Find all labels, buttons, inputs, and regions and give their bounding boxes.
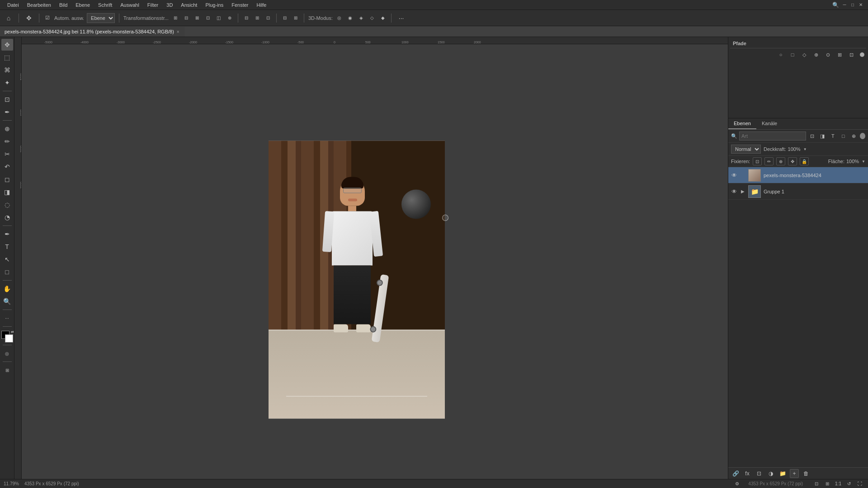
menu-bearbeiten[interactable]: Bearbeiten xyxy=(24,1,55,9)
menu-ebene[interactable]: Ebene xyxy=(72,1,94,9)
shape-tool[interactable]: □ xyxy=(1,266,13,278)
menu-bild[interactable]: Bild xyxy=(56,1,71,9)
eraser-tool[interactable]: ◻ xyxy=(1,174,13,185)
history-brush-tool[interactable]: ↶ xyxy=(1,161,13,173)
align-right-btn[interactable]: ⊡ xyxy=(264,14,272,22)
transform-btn-1[interactable]: ⊞ xyxy=(171,14,179,22)
status-settings-btn[interactable]: ⚙ xyxy=(731,478,743,488)
menu-hilfe[interactable]: Hilfe xyxy=(253,1,270,9)
type-tool[interactable]: T xyxy=(1,241,13,253)
document-tab[interactable]: pexels-monstera-5384424.jpg bei 11.8% (p… xyxy=(0,27,184,37)
search-button[interactable]: 🔍 xyxy=(831,0,840,9)
layer-visibility-eye-1[interactable]: 👁 xyxy=(731,172,737,178)
menu-auswahl[interactable]: Auswahl xyxy=(117,1,143,9)
pfade-btn-7[interactable]: ⊡ xyxy=(846,50,856,59)
path-select-tool[interactable]: ↖ xyxy=(1,253,13,265)
menu-filter[interactable]: Filter xyxy=(144,1,162,9)
menu-plugins[interactable]: Plug-ins xyxy=(202,1,227,9)
tab-layers[interactable]: Ebenen xyxy=(728,118,756,129)
maximize-button[interactable]: □ xyxy=(849,1,856,9)
heal-tool[interactable]: ⊕ xyxy=(1,123,13,135)
zoom-tool[interactable]: 🔍 xyxy=(1,296,13,307)
layer-link-btn[interactable]: 🔗 xyxy=(731,469,740,478)
lasso-tool[interactable]: ⌘ xyxy=(1,64,13,76)
move-tool[interactable]: ✥ xyxy=(1,39,13,51)
opacity-value[interactable]: 100% xyxy=(788,146,801,152)
menu-schrift[interactable]: Schrift xyxy=(94,1,116,9)
eyedropper-tool[interactable]: ✒ xyxy=(1,106,13,118)
filter-toggle-btn[interactable] xyxy=(860,133,865,139)
menu-3d[interactable]: 3D xyxy=(163,1,176,9)
fullscreen-btn[interactable]: ⛶ xyxy=(855,479,864,488)
selection-tool[interactable]: ⬚ xyxy=(1,52,13,63)
3d-btn-1[interactable]: ◎ xyxy=(335,14,344,22)
layer-adjustment-btn[interactable]: ◑ xyxy=(766,469,775,478)
menu-ansicht[interactable]: Ansicht xyxy=(177,1,201,9)
gradient-tool[interactable]: ◨ xyxy=(1,186,13,198)
minimize-button[interactable]: ─ xyxy=(841,1,848,9)
3d-btn-4[interactable]: ◇ xyxy=(368,14,376,22)
blend-mode-dropdown[interactable]: Normal xyxy=(731,145,761,154)
filter-type-btn[interactable]: T xyxy=(829,131,837,141)
filter-adjust-btn[interactable]: ◨ xyxy=(818,131,827,141)
fill-value[interactable]: 100% xyxy=(846,159,859,164)
move-tool-button[interactable]: ✥ xyxy=(23,12,35,24)
layer-mask-btn[interactable]: ⊡ xyxy=(755,469,764,478)
transform-btn-6[interactable]: ⊕ xyxy=(226,14,234,22)
3d-btn-2[interactable]: ◉ xyxy=(346,14,354,22)
layer-search-input[interactable] xyxy=(739,131,806,141)
align-center-btn[interactable]: ⊞ xyxy=(253,14,261,22)
filter-kind-btn[interactable]: ⊡ xyxy=(808,131,816,141)
screen-mode-button[interactable]: ⊞ xyxy=(1,364,13,376)
distribute-btn[interactable]: ⊟ xyxy=(281,14,289,22)
arrange-btn[interactable]: ⊡ xyxy=(812,479,821,488)
lock-artboard-btn[interactable]: ⊕ xyxy=(776,157,785,165)
layer-group-btn[interactable]: 📁 xyxy=(778,469,787,478)
pfade-btn-2[interactable]: □ xyxy=(788,50,797,59)
close-button[interactable]: ✕ xyxy=(857,1,864,9)
layer-expand-2[interactable]: ▶ xyxy=(740,189,745,194)
rotate-view-btn[interactable]: ↺ xyxy=(844,479,854,488)
layer-style-btn[interactable]: fx xyxy=(743,469,752,478)
background-color[interactable] xyxy=(5,334,13,343)
distribute2-btn[interactable]: ⊞ xyxy=(292,14,300,22)
lock-position-btn[interactable]: ✥ xyxy=(788,157,797,165)
3d-btn-3[interactable]: ◈ xyxy=(357,14,365,22)
layer-new-btn[interactable]: + xyxy=(790,469,799,478)
transform-btn-5[interactable]: ◫ xyxy=(215,14,223,22)
quick-mask-button[interactable]: ◎ xyxy=(1,347,13,359)
zoom-fit-btn[interactable]: ⊞ xyxy=(823,479,832,488)
brush-tool[interactable]: ✏ xyxy=(1,136,13,147)
home-button[interactable]: ⌂ xyxy=(3,12,14,24)
magic-wand-tool[interactable]: ✦ xyxy=(1,77,13,89)
autoselect-dropdown[interactable]: Ebene xyxy=(87,13,115,23)
swap-colors-icon[interactable]: ⇄ xyxy=(11,330,14,334)
canvas-area[interactable] xyxy=(22,44,728,479)
clone-tool[interactable]: ✂ xyxy=(1,148,13,160)
tab-channels[interactable]: Kanäle xyxy=(756,118,783,129)
more-tools-button[interactable]: ··· xyxy=(1,312,13,324)
pfade-btn-6[interactable]: ⊞ xyxy=(835,50,844,59)
crop-tool[interactable]: ⊡ xyxy=(1,94,13,105)
blend-mode-select[interactable]: Normal xyxy=(731,145,761,154)
menu-datei[interactable]: Datei xyxy=(4,1,23,9)
lock-image-btn[interactable]: ✏ xyxy=(764,157,774,165)
hand-tool[interactable]: ✋ xyxy=(1,283,13,295)
align-left-btn[interactable]: ⊟ xyxy=(242,14,250,22)
tab-close-button[interactable]: × xyxy=(177,29,179,34)
pfade-btn-3[interactable]: ◇ xyxy=(799,50,809,59)
pfade-btn-5[interactable]: ⊙ xyxy=(823,50,833,59)
transform-btn-4[interactable]: ⊡ xyxy=(204,14,212,22)
more-options-button[interactable]: ··· xyxy=(396,12,407,24)
filter-smart-btn[interactable]: ⊕ xyxy=(849,131,858,141)
pfade-btn-4[interactable]: ⊕ xyxy=(811,50,821,59)
transform-btn-3[interactable]: ⊠ xyxy=(193,14,201,22)
lock-pixels-btn[interactable]: ⊡ xyxy=(753,157,762,165)
zoom-100-btn[interactable]: 1:1 xyxy=(834,479,843,488)
menu-fenster[interactable]: Fenster xyxy=(228,1,252,9)
layer-visibility-eye-2[interactable]: 👁 xyxy=(731,188,737,195)
dodge-tool[interactable]: ◔ xyxy=(1,211,13,223)
filter-shape-btn[interactable]: □ xyxy=(839,131,848,141)
layer-delete-btn[interactable]: 🗑 xyxy=(802,469,811,478)
layer-item-group[interactable]: 👁 ▶ 📁 Gruppe 1 xyxy=(728,183,868,200)
